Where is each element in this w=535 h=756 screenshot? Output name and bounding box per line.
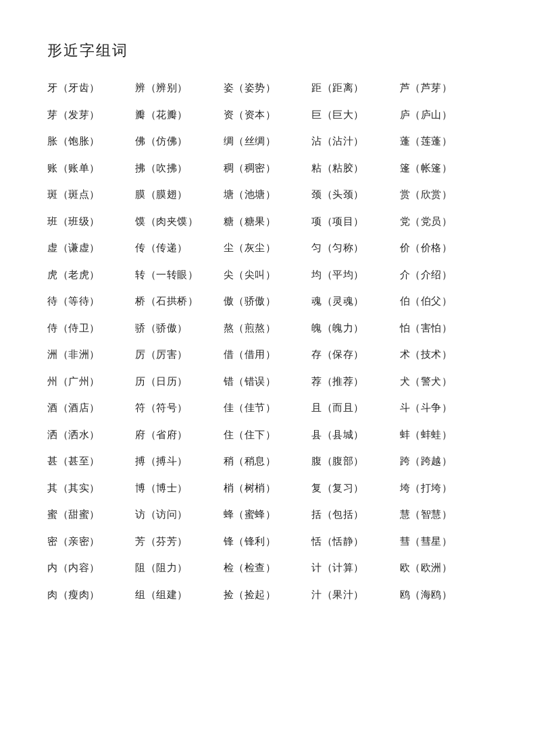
list-item: 酒（酒店）	[47, 400, 135, 417]
list-item: 甚（甚至）	[47, 453, 135, 470]
list-item: 内（内容）	[47, 560, 135, 577]
list-item: 账（账单）	[47, 160, 135, 178]
list-item: 稠（稠密）	[224, 160, 311, 178]
list-item: 符（符号）	[135, 400, 223, 417]
list-item: 绸（丝绸）	[224, 133, 311, 151]
list-item: 蜂（蜜蜂）	[224, 506, 311, 524]
list-item: 侍（侍卫）	[47, 320, 135, 338]
list-item: 传（传递）	[135, 240, 223, 257]
list-item: 慧（智慧）	[400, 506, 488, 524]
list-item: 芦（芦芽）	[400, 80, 488, 97]
list-item: 洒（洒水）	[47, 427, 135, 444]
list-item: 篷（帐篷）	[400, 160, 488, 178]
list-item: 魂（灵魂）	[311, 293, 399, 310]
list-item: 其（其实）	[47, 480, 135, 497]
page-title: 形近字组词	[47, 40, 488, 61]
list-item: 县（县城）	[311, 427, 399, 444]
list-item: 塘（池塘）	[224, 186, 311, 204]
list-item: 欧（欧洲）	[400, 560, 488, 577]
list-item: 虚（谦虚）	[47, 240, 135, 257]
list-item: 馍（肉夹馍）	[135, 213, 223, 231]
list-item: 斑（斑点）	[47, 186, 135, 204]
list-item: 价（价格）	[400, 240, 488, 257]
list-item: 跨（跨越）	[400, 453, 488, 470]
list-item: 魄（魄力）	[311, 320, 399, 338]
list-item: 稍（稍息）	[224, 453, 311, 470]
list-item: 访（访问）	[135, 506, 223, 524]
list-item: 蓬（莲蓬）	[400, 133, 488, 151]
list-item: 庐（庐山）	[400, 107, 488, 124]
list-item: 牙（牙齿）	[47, 80, 135, 97]
list-item: 匀（匀称）	[311, 240, 399, 257]
list-item: 辨（辨别）	[135, 80, 223, 97]
list-item: 且（而且）	[311, 400, 399, 417]
list-item: 州（广州）	[47, 373, 135, 391]
list-item: 项（项目）	[311, 213, 399, 231]
list-item: 佛（仿佛）	[135, 133, 223, 151]
list-item: 待（等待）	[47, 293, 135, 310]
list-item: 彗（彗星）	[400, 533, 488, 551]
list-item: 赏（欣赏）	[400, 186, 488, 204]
list-item: 蚌（蚌蛙）	[400, 427, 488, 444]
list-item: 荐（推荐）	[311, 373, 399, 391]
list-item: 肉（瘦肉）	[47, 587, 135, 604]
list-item: 计（计算）	[311, 560, 399, 577]
list-item: 组（组建）	[135, 587, 223, 604]
word-grid: 牙（牙齿）辨（辨别）姿（姿势）距（距离）芦（芦芽）芽（发芽）瓣（花瓣）资（资本）…	[47, 80, 488, 603]
list-item: 斗（斗争）	[400, 400, 488, 417]
list-item: 腹（腹部）	[311, 453, 399, 470]
list-item: 鸥（海鸥）	[400, 587, 488, 604]
list-item: 历（日历）	[135, 373, 223, 391]
list-item: 膜（膜翅）	[135, 186, 223, 204]
list-item: 怕（害怕）	[400, 320, 488, 338]
list-item: 蜜（甜蜜）	[47, 506, 135, 524]
list-item: 胀（饱胀）	[47, 133, 135, 151]
list-item: 垮（打垮）	[400, 480, 488, 497]
list-item: 借（借用）	[224, 346, 311, 364]
list-item: 距（距离）	[311, 80, 399, 97]
list-item: 颈（头颈）	[311, 186, 399, 204]
list-item: 班（班级）	[47, 213, 135, 231]
list-item: 博（博士）	[135, 480, 223, 497]
list-item: 介（介绍）	[400, 267, 488, 284]
list-item: 尖（尖叫）	[224, 267, 311, 284]
list-item: 芽（发芽）	[47, 107, 135, 124]
list-item: 巨（巨大）	[311, 107, 399, 124]
list-item: 括（包括）	[311, 506, 399, 524]
list-item: 密（亲密）	[47, 533, 135, 551]
list-item: 检（检查）	[224, 560, 311, 577]
list-item: 傲（骄傲）	[224, 293, 311, 310]
list-item: 汁（果汁）	[311, 587, 399, 604]
list-item: 粘（粘胶）	[311, 160, 399, 178]
list-item: 厉（厉害）	[135, 346, 223, 364]
list-item: 姿（姿势）	[224, 80, 311, 97]
list-item: 存（保存）	[311, 346, 399, 364]
list-item: 资（资本）	[224, 107, 311, 124]
list-item: 桥（石拱桥）	[135, 293, 223, 310]
list-item: 锋（锋利）	[224, 533, 311, 551]
list-item: 佳（佳节）	[224, 400, 311, 417]
list-item: 术（技术）	[400, 346, 488, 364]
list-item: 拂（吹拂）	[135, 160, 223, 178]
list-item: 府（省府）	[135, 427, 223, 444]
list-item: 糖（糖果）	[224, 213, 311, 231]
list-item: 伯（伯父）	[400, 293, 488, 310]
list-item: 芳（芬芳）	[135, 533, 223, 551]
list-item: 党（党员）	[400, 213, 488, 231]
list-item: 骄（骄傲）	[135, 320, 223, 338]
list-item: 恬（恬静）	[311, 533, 399, 551]
list-item: 瓣（花瓣）	[135, 107, 223, 124]
list-item: 尘（灰尘）	[224, 240, 311, 257]
list-item: 均（平均）	[311, 267, 399, 284]
list-item: 住（住下）	[224, 427, 311, 444]
list-item: 犬（警犬）	[400, 373, 488, 391]
list-item: 洲（非洲）	[47, 346, 135, 364]
list-item: 搏（搏斗）	[135, 453, 223, 470]
list-item: 梢（树梢）	[224, 480, 311, 497]
list-item: 错（错误）	[224, 373, 311, 391]
list-item: 复（复习）	[311, 480, 399, 497]
list-item: 阻（阻力）	[135, 560, 223, 577]
list-item: 熬（煎熬）	[224, 320, 311, 338]
list-item: 捡（捡起）	[224, 587, 311, 604]
list-item: 转（一转眼）	[135, 267, 223, 284]
